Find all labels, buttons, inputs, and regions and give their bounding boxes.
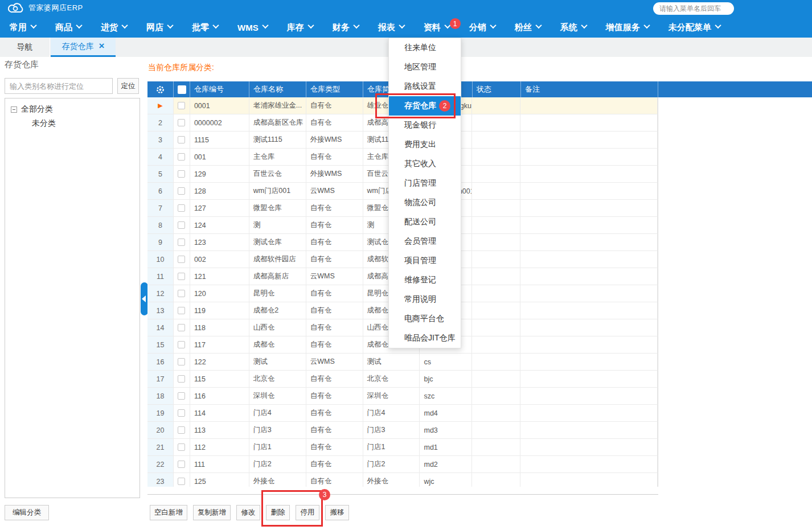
row-checkbox[interactable] [178,426,185,434]
menu-item-6[interactable]: WMS [228,17,277,38]
row-checkbox[interactable] [178,392,185,400]
row-checkbox[interactable] [178,119,185,126]
table-row[interactable]: 20113门店3自有仓门店3md3 [147,422,658,439]
menu-search-box[interactable] [653,2,734,15]
row-checkbox[interactable] [178,290,185,297]
row-checkbox[interactable] [178,478,185,485]
menu-search-input[interactable] [659,5,748,13]
locate-button[interactable]: 定位 [117,78,139,94]
dropdown-item-4[interactable]: 存货仓库2 [389,96,461,116]
cell-remark [520,268,658,285]
table-row[interactable]: 19114门店4自有仓门店4md4 [147,405,658,422]
dropdown-item-10[interactable]: 配送公司 [389,212,461,232]
modify-button[interactable]: 修改 [236,505,260,520]
column-header-3[interactable]: 仓库类型 [306,81,363,97]
menu-item-5[interactable]: 批零 [182,17,228,38]
checkbox-cell [174,234,190,251]
cell-name: 测试 [249,354,306,371]
row-checkbox[interactable] [178,341,185,348]
cell-remark [520,319,658,336]
dropdown-item-7[interactable]: 其它收入 [389,154,461,174]
move-button[interactable]: 搬移 [325,505,349,520]
dropdown-item-2[interactable]: 地区管理 [389,57,461,77]
row-checkbox[interactable] [178,187,185,195]
row-checkbox[interactable] [178,136,185,143]
dropdown-item-5[interactable]: 现金银行 [389,116,461,135]
menu-item-14[interactable]: 增值服务 [596,17,659,38]
tab-navigation[interactable]: 导航 [0,38,50,57]
menu-item-10[interactable]: 资料1 [414,17,460,38]
column-settings-gear[interactable] [147,81,174,97]
menu-item-13[interactable]: 系统 [551,17,596,38]
column-header-7[interactable]: 备注 [521,81,658,97]
close-icon[interactable]: × [99,41,105,51]
menu-item-label: 报表 [378,22,395,33]
row-checkbox[interactable] [178,461,185,468]
dropdown-item-14[interactable]: 常用说明 [389,290,461,309]
menu-item-4[interactable]: 网店 [137,17,182,38]
dropdown-item-3[interactable]: 路线设置 [389,77,461,96]
menu-item-3[interactable]: 进货 [91,17,137,38]
dropdown-item-11[interactable]: 会员管理 [389,232,461,251]
dropdown-item-6[interactable]: 费用支出 [389,135,461,154]
table-row[interactable]: 16122测试云WMS测试cs [147,354,658,371]
edit-category-button[interactable]: 编辑分类 [5,505,49,520]
table-row[interactable]: 17115北京仓自有仓北京仓bjc [147,371,658,388]
tree-node-all-categories[interactable]: 全部分类 [11,102,140,116]
category-filter-input[interactable] [5,78,113,94]
dropdown-item-8[interactable]: 门店管理 [389,174,461,193]
table-row[interactable]: 22111门店2自有仓门店2md2 [147,456,658,473]
table-row[interactable]: 21112门店1自有仓门店1md1 [147,439,658,456]
row-number-cell: 7 [147,200,174,217]
row-number-cell: 9 [147,234,174,251]
select-all-header[interactable] [174,81,190,97]
row-checkbox[interactable] [178,443,185,451]
menu-item-15[interactable]: 未分配菜单 [659,17,730,38]
row-checkbox[interactable] [178,324,185,331]
row-number-cell: 12 [147,285,174,302]
column-header-6[interactable]: 状态 [473,81,521,97]
table-row[interactable]: 23125外接仓自有仓外接仓wjc [147,473,658,487]
table-row[interactable]: 18116深圳仓自有仓深圳仓szc [147,388,658,405]
row-checkbox[interactable] [178,153,185,161]
menu-item-9[interactable]: 报表 [368,17,414,38]
menu-item-1[interactable]: 常用 [0,17,46,38]
row-checkbox[interactable] [178,204,185,212]
dropdown-item-16[interactable]: 唯品会JIT仓库 [389,328,461,348]
menu-item-2[interactable]: 商品 [46,17,91,38]
delete-button[interactable]: 删除 [266,505,290,520]
dropdown-item-1[interactable]: 往来单位 [389,38,461,57]
row-checkbox[interactable] [178,170,185,178]
row-checkbox[interactable] [178,273,185,280]
tree-node-uncategorized[interactable]: 未分类 [11,116,140,131]
menu-item-label: 进货 [101,22,118,33]
row-checkbox[interactable] [178,221,185,229]
cell-status [472,200,520,217]
row-checkbox[interactable] [178,102,185,109]
dropdown-item-12[interactable]: 项目管理 [389,251,461,270]
blank-add-button[interactable]: 空白新增 [150,505,187,520]
menu-item-11[interactable]: 分销 [460,17,505,38]
column-header-1[interactable]: 仓库编号 [190,81,249,97]
row-checkbox[interactable] [178,307,185,314]
dropdown-item-label: 会员管理 [404,236,436,246]
dropdown-item-13[interactable]: 维修登记 [389,270,461,290]
cell-type: 自有仓 [306,405,363,422]
row-checkbox[interactable] [178,239,185,246]
tab-inventory-warehouse[interactable]: 存货仓库 × [51,38,116,57]
select-all-checkbox[interactable] [178,85,186,94]
row-checkbox[interactable] [178,256,185,263]
menu-item-12[interactable]: 粉丝 [505,17,551,38]
menu-item-7[interactable]: 库存 [277,17,323,38]
menu-item-8[interactable]: 财务 [323,17,368,38]
row-checkbox[interactable] [178,375,185,383]
row-checkbox[interactable] [178,358,185,365]
row-checkbox[interactable] [178,409,185,417]
row-number-cell: 8 [147,217,174,234]
collapse-icon[interactable] [11,106,17,113]
disable-button[interactable]: 停用 [296,505,319,520]
copy-add-button[interactable]: 复制新增 [193,505,231,520]
dropdown-item-15[interactable]: 电商平台仓 [389,309,461,328]
column-header-2[interactable]: 仓库名称 [249,81,306,97]
dropdown-item-9[interactable]: 物流公司 [389,193,461,212]
